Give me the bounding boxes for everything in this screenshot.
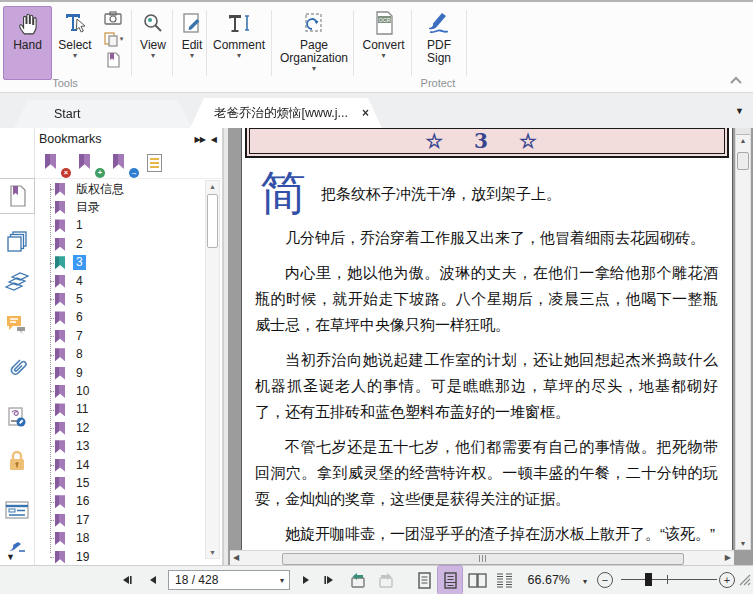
goto-bookmark-icon	[113, 154, 124, 169]
bookmarks-list: 版权信息 目录 1 2 3	[41, 180, 200, 563]
first-page-button[interactable]	[116, 566, 138, 594]
bookmarks-scrollbar-thumb[interactable]	[207, 194, 218, 248]
scroll-left-icon[interactable]: ◀	[233, 553, 239, 562]
convert-menu-button[interactable]: OCR Convert ▾	[356, 6, 411, 80]
bookmark-flag-icon	[55, 403, 65, 416]
form-fields-panel-button[interactable]	[3, 495, 31, 525]
tab-document[interactable]: 老爸乔治的烦恼[www.j... ×	[190, 98, 382, 128]
delete-badge-icon: ×	[61, 168, 71, 178]
clipboard-button[interactable]: ▾	[96, 29, 130, 48]
bookmarks-panel-button[interactable]	[0, 178, 35, 214]
goto-bookmark-button[interactable]: →	[113, 154, 135, 176]
bookmark-page-button[interactable]	[96, 50, 130, 69]
add-bookmark-button[interactable]: +	[79, 154, 101, 176]
horizontal-scrollbar-thumb[interactable]	[282, 553, 684, 565]
expand-current-bookmark-button[interactable]	[147, 154, 169, 176]
previous-page-button[interactable]	[143, 566, 163, 594]
zoom-out-button[interactable]: −	[597, 572, 613, 588]
vertical-scrollbar-thumb[interactable]	[737, 152, 749, 170]
tab-overflow-icon[interactable]: ▼	[735, 106, 744, 116]
edit-menu-button[interactable]: Edit ▾	[175, 6, 209, 80]
previous-view-button[interactable]	[346, 566, 370, 594]
zoom-caret-icon[interactable]: ▾	[583, 577, 587, 586]
security-panel-button[interactable]	[3, 446, 31, 476]
hand-tool-button[interactable]: Hand	[3, 6, 52, 80]
pdf-reader-window: Hand Select ▾ ▾	[0, 0, 753, 594]
bookmark-item[interactable]: 18	[41, 529, 200, 547]
scroll-down-icon[interactable]: ▼	[206, 549, 219, 556]
ribbon-toolbar: Hand Select ▾ ▾	[0, 2, 753, 93]
document-tab-bar: Start 老爸乔治的烦恼[www.j... × ▼	[0, 93, 753, 129]
last-page-button[interactable]	[318, 566, 340, 594]
scroll-down-icon[interactable]: ▼	[736, 540, 750, 547]
bookmark-item[interactable]: 版权信息	[41, 180, 200, 198]
more-panels-icon[interactable]: ▼	[6, 552, 15, 562]
comments-panel-button[interactable]	[3, 310, 31, 340]
bookmark-item[interactable]: 5	[41, 290, 200, 308]
expand-panel-icon[interactable]: ▶▶	[195, 135, 205, 144]
vertical-scrollbar[interactable]: ▲ ▼	[735, 128, 751, 550]
facing-view-button[interactable]	[465, 566, 489, 594]
bookmark-item[interactable]: 9	[41, 364, 200, 382]
bookmark-flag-icon	[55, 477, 65, 490]
attachments-panel-button[interactable]	[3, 352, 31, 382]
zoom-slider-thumb[interactable]	[645, 573, 652, 586]
scroll-up-icon[interactable]: ▲	[206, 183, 219, 190]
comment-caret-icon: ▾	[237, 52, 241, 59]
pdf-sign-label: PDF Sign	[415, 39, 463, 65]
bookmark-item[interactable]: 14	[41, 456, 200, 474]
delete-bookmark-button[interactable]: ×	[45, 154, 67, 176]
resize-grip[interactable]	[738, 566, 752, 594]
continuous-facing-view-button[interactable]	[492, 566, 516, 594]
bookmark-item[interactable]: 7	[41, 327, 200, 345]
collapse-panel-icon[interactable]: ◀	[211, 135, 216, 144]
bookmarks-scrollbar[interactable]: ▲ ▼	[205, 180, 220, 559]
collapse-ribbon-button[interactable]	[729, 76, 743, 86]
bookmark-item[interactable]: 4	[41, 272, 200, 290]
page-number-field[interactable]: 18 / 428 ▾	[168, 570, 290, 590]
bookmark-item[interactable]: 11	[41, 401, 200, 419]
comment-menu-button[interactable]: Comment ▾	[209, 6, 269, 80]
scroll-right-icon[interactable]: ▶	[725, 553, 731, 562]
zoom-slider-track[interactable]	[621, 579, 717, 580]
zoom-in-button[interactable]: +	[719, 572, 735, 588]
next-view-button[interactable]	[373, 566, 397, 594]
add-badge-icon: +	[95, 168, 105, 178]
bookmark-item[interactable]: 13	[41, 437, 200, 455]
bookmark-item[interactable]: 15	[41, 474, 200, 492]
digital-signatures-panel-button[interactable]	[3, 402, 31, 432]
bookmark-item[interactable]: 2	[41, 235, 200, 253]
bookmark-item[interactable]: 3	[41, 254, 200, 272]
bookmark-item[interactable]: 19	[41, 548, 200, 563]
scroll-up-icon[interactable]: ▲	[736, 137, 750, 144]
continuous-view-button[interactable]	[438, 566, 462, 594]
pages-panel-button[interactable]	[3, 226, 31, 256]
bookmark-item[interactable]: 1	[41, 217, 200, 235]
bookmark-item[interactable]: 6	[41, 309, 200, 327]
next-page-button[interactable]	[296, 566, 316, 594]
signature-panel-icon	[6, 406, 28, 428]
bookmark-item[interactable]: 目录	[41, 198, 200, 216]
tab-start[interactable]: Start	[14, 100, 192, 128]
bookmark-item[interactable]: 12	[41, 419, 200, 437]
bookmark-flag-icon	[55, 219, 65, 232]
select-tool-button[interactable]: Select ▾	[53, 6, 97, 80]
pdf-sign-button[interactable]: PDF Sign	[414, 6, 464, 80]
bookmark-item[interactable]: 8	[41, 346, 200, 364]
tools-group-label: Tools	[0, 77, 130, 89]
page-text: 简 把条纹杯子冲洗干净，放到架子上。 几分钟后，乔治穿着工作服又出来了，他冒着细…	[242, 158, 732, 565]
layers-panel-button[interactable]	[3, 266, 31, 296]
bookmark-item[interactable]: 17	[41, 511, 200, 529]
bookmark-item[interactable]: 10	[41, 382, 200, 400]
bookmark-item[interactable]: 16	[41, 493, 200, 511]
view-menu-button[interactable]: View ▾	[134, 6, 172, 80]
snapshot-button[interactable]	[96, 8, 130, 27]
horizontal-scrollbar[interactable]: ◀ ▶	[230, 550, 734, 565]
page-organization-menu-button[interactable]: Page Organization▾	[275, 6, 353, 80]
bookmark-flag-icon	[55, 293, 65, 306]
split-view-handle[interactable]	[736, 128, 750, 135]
close-tab-icon[interactable]: ×	[362, 107, 369, 119]
clipboard-caret-icon: ▾	[120, 35, 124, 43]
convert-caret-icon: ▾	[381, 52, 385, 59]
single-page-view-button[interactable]	[412, 566, 436, 594]
